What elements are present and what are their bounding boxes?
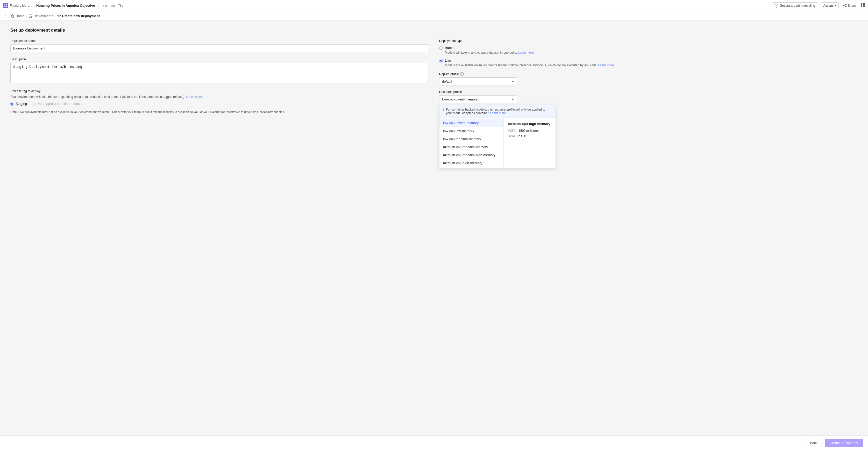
resource-profile-label: Resource profile [439,90,858,94]
live-option: Live Models are available online as near… [439,59,858,68]
batch-option: Batch Models will take in and output a d… [439,46,858,55]
get-started-button[interactable]: ? Get started with modeling [772,2,818,9]
dropdown-list: low-cpu-lowest-memory low-cpu-low-memory… [439,118,504,168]
dropdown-item-1[interactable]: low-cpu-low-memory [439,127,503,135]
grid-icon [861,3,865,7]
file-menu[interactable]: File [103,4,107,7]
help-circle-icon: ? [775,4,778,7]
release-tag-section: Release tag to deploy Each environment w… [10,89,429,106]
create-deployment-button[interactable]: Create deployment [825,439,863,447]
app-icon [3,3,8,8]
breadcrumb-home-label: Home [16,14,25,18]
radio-staging[interactable]: Staging [10,102,27,106]
breadcrumb-sep-1: › [26,14,27,18]
deployment-type-label: Deployment type [439,39,858,43]
back-nav-button[interactable]: ← [4,13,8,18]
ram-key: RAM [508,134,515,138]
live-label: Live [445,59,451,62]
dropdown-detail-ram-row: RAM 16 GiB [508,134,551,138]
description-textarea[interactable] [10,63,429,84]
live-radio[interactable] [439,59,443,62]
nav-home-link[interactable]: Home [11,14,25,18]
svg-rect-3 [6,6,7,7]
deployments-icon [29,14,32,18]
breadcrumb-current: Create new deployment [57,14,100,18]
dropdown-item-3[interactable]: medium-cpu-medium-memory [439,143,503,151]
deployment-name-input[interactable] [10,44,429,52]
back-button[interactable]: Back [805,439,823,447]
radio-staging-input[interactable] [10,102,14,106]
svg-rect-0 [4,4,5,5]
dropdown-info-icon: ℹ [443,108,444,112]
svg-rect-13 [863,5,865,7]
resource-profile-select[interactable]: low-cpu-lowest-memory [439,95,517,103]
dropdown-item-0[interactable]: low-cpu-lowest-memory [439,119,503,127]
share-label: Share [848,4,856,7]
actions-button[interactable]: Actions ▾ [820,2,839,9]
release-tag-label: Release tag to deploy [10,89,429,93]
svg-rect-12 [861,5,862,7]
top-bar-left: Foundry ML ... › Housing Prices in Ameri… [3,3,123,8]
replica-profile-label-text: Replica profile [439,72,459,76]
replica-profile-select[interactable]: default [439,77,517,86]
project-title: Housing Prices in America Objective [36,4,95,7]
share-button[interactable]: Share [841,3,858,9]
breadcrumb-nav: ← Home › Deployments › Create new deploy… [0,11,868,21]
grid-view-button[interactable] [861,3,865,8]
main-content: Set up deployment details Deployment nam… [0,21,868,448]
top-bar-right: ? Get started with modeling Actions ▾ Sh… [772,2,865,9]
breadcrumb-arrow: › [34,4,35,7]
star-icon[interactable]: ☆ [96,4,99,7]
svg-rect-1 [6,4,7,5]
help-menu[interactable]: Help [110,4,116,7]
replica-profile-group: Replica profile i default [439,72,858,86]
left-column: Deployment name Description Release tag … [10,39,429,168]
live-desc-text: Models are available online as near real… [445,63,597,67]
radio-no-tag[interactable]: No tagged production release [32,102,82,106]
live-option-header: Live [439,59,858,62]
radio-no-tag-input [32,102,36,106]
radio-staging-label: Staging [16,102,27,106]
home-icon [11,14,14,18]
nav-deployments-link[interactable]: Deployments [29,14,53,18]
svg-point-7 [843,5,844,6]
note-text: Note: Live deployments may not be availa… [10,110,429,114]
svg-line-9 [844,5,845,5]
right-column: Deployment type Batch Models will take i… [439,39,858,168]
deploy-new-icon [57,14,61,18]
release-tag-learn-more[interactable]: Learn more. [186,95,203,99]
svg-rect-14 [12,16,14,18]
batch-desc-text: Models will take in and output a dataset… [445,51,517,54]
share-icon [843,4,847,7]
svg-point-5 [845,4,846,5]
replica-info-icon[interactable]: i [460,72,464,76]
dropdown-detail-vcpu-row: VCPU 1500 millicores [508,129,551,133]
top-bar: Foundry ML ... › Housing Prices in Ameri… [0,0,868,11]
vcpu-key: VCPU [508,129,517,133]
actions-label: Actions [824,4,834,7]
pages-count: 1 [118,4,123,7]
dropdown-item-2[interactable]: low-cpu-medium-memory [439,135,503,143]
dropdown-body: low-cpu-lowest-memory low-cpu-low-memory… [439,118,556,168]
live-desc: Models are available online as near real… [439,63,858,68]
dropdown-item-5[interactable]: medium-cpu-high-memory [439,159,503,167]
resource-profile-group: Resource profile low-cpu-lowest-memory ℹ… [439,90,858,168]
breadcrumb-root[interactable]: Foundry ML [10,4,26,7]
chevron-down-icon: ▾ [835,4,836,7]
svg-rect-4 [118,4,121,7]
batch-desc: Models will take in and output a dataset… [439,50,858,55]
dropdown-detail-title: medium-cpu-high-memory [508,122,551,126]
svg-line-8 [844,6,845,6]
dropdown-info-text: For container backed models, this resour… [446,108,552,115]
batch-learn-more[interactable]: Learn more. [518,51,535,54]
batch-radio[interactable] [439,46,443,50]
dropdown-learn-more-link[interactable]: Learn more [490,111,506,115]
breadcrumb-current-label: Create new deployment [62,14,100,18]
svg-rect-2 [4,6,5,7]
svg-rect-10 [861,3,862,5]
deployment-name-label: Deployment name [10,39,429,43]
deployment-name-group: Deployment name [10,39,429,52]
get-started-label: Get started with modeling [780,4,815,7]
live-learn-more[interactable]: Learn more. [598,63,615,67]
dropdown-item-4[interactable]: medium-cpu-medium-high-memory [439,151,503,159]
